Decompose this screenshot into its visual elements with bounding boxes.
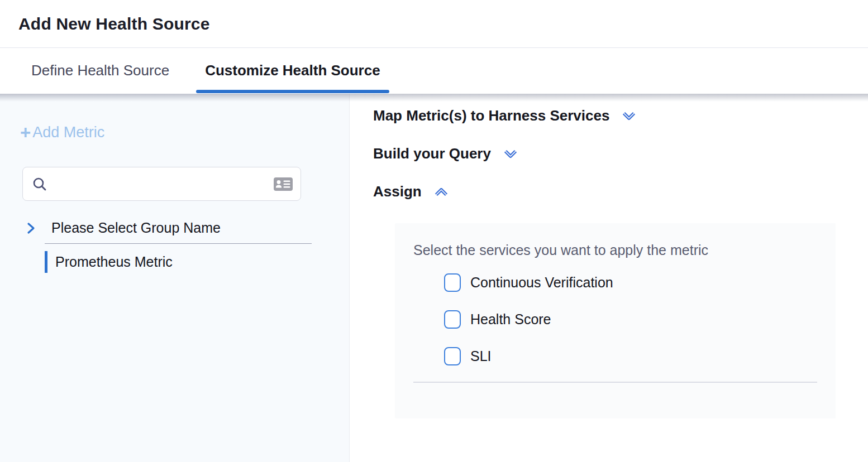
add-metric-button[interactable]: + Add Metric	[20, 124, 104, 141]
assign-prompt: Select the services you want to apply th…	[395, 223, 836, 258]
section-assign-toggle[interactable]: Assign	[373, 184, 450, 200]
metric-list-item-prometheus[interactable]: Prometheus Metric	[45, 251, 173, 273]
customize-health-source-panel: Map Metric(s) to Harness Services Build …	[350, 94, 868, 462]
tab-define-health-source[interactable]: Define Health Source	[31, 48, 169, 93]
chevron-down-icon	[502, 146, 519, 162]
active-tab-underline	[196, 90, 389, 93]
add-health-source-dialog: Add New Health Source Define Health Sour…	[0, 0, 868, 462]
option-row-continuous-verification: Continuous Verification	[444, 273, 836, 292]
section-build-query-toggle[interactable]: Build your Query	[373, 146, 519, 162]
group-divider	[45, 243, 312, 244]
chevron-up-icon	[433, 184, 450, 200]
metric-search-box	[22, 167, 301, 201]
sli-checkbox[interactable]	[444, 347, 461, 365]
plus-icon: +	[20, 125, 31, 140]
group-name-label: Please Select Group Name	[51, 220, 221, 236]
continuous-verification-checkbox[interactable]	[444, 273, 461, 292]
metric-group-expander[interactable]: Please Select Group Name	[0, 220, 221, 236]
checkbox-label: SLI	[470, 348, 492, 364]
section-title: Assign	[373, 183, 422, 200]
section-map-metrics-toggle[interactable]: Map Metric(s) to Harness Services	[373, 108, 637, 124]
option-row-health-score: Health Score	[444, 310, 836, 329]
page-title: Add New Health Source	[18, 15, 210, 33]
checkbox-label: Continuous Verification	[470, 275, 613, 291]
search-input[interactable]	[53, 176, 268, 192]
chevron-right-icon	[23, 221, 38, 235]
tab-customize-health-source[interactable]: Customize Health Source	[196, 48, 389, 93]
tab-bar: Define Health Source Customize Health So…	[0, 48, 868, 93]
add-metric-label: Add Metric	[32, 124, 104, 141]
checkbox-label: Health Score	[470, 311, 551, 328]
metrics-sidebar: + Add Metric	[0, 94, 350, 462]
chevron-down-icon	[621, 108, 637, 124]
dialog-body: + Add Metric	[0, 94, 868, 462]
health-score-checkbox[interactable]	[444, 310, 461, 329]
assign-panel: Select the services you want to apply th…	[395, 223, 836, 418]
section-title: Build your Query	[373, 145, 491, 162]
section-title: Map Metric(s) to Harness Services	[373, 107, 609, 124]
assign-divider	[413, 382, 817, 383]
dialog-header: Add New Health Source	[0, 0, 868, 48]
tab-label: Customize Health Source	[205, 62, 380, 79]
search-icon	[32, 176, 47, 192]
option-row-sli: SLI	[444, 346, 836, 365]
contact-card-list-icon[interactable]	[273, 176, 293, 192]
metric-item-label: Prometheus Metric	[55, 254, 173, 270]
